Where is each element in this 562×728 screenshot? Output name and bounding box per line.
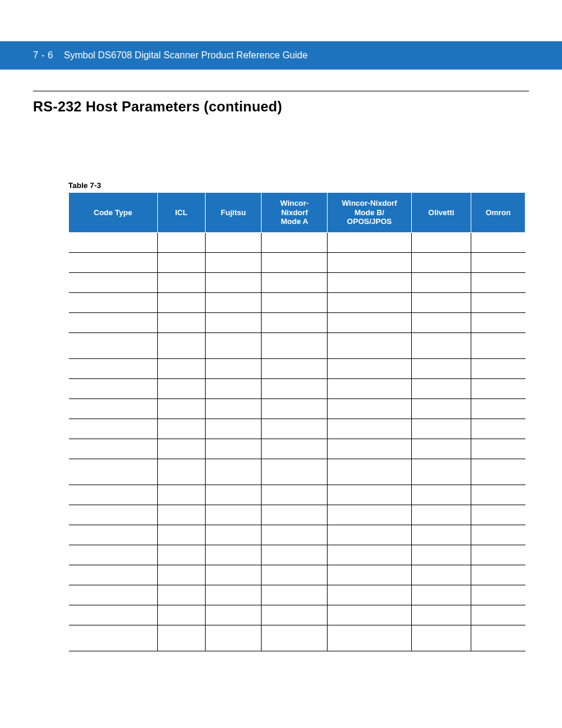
cell xyxy=(69,459,158,485)
table-row xyxy=(69,312,525,332)
cell xyxy=(262,459,328,485)
table-row xyxy=(69,378,525,398)
cell xyxy=(205,419,262,439)
table-row xyxy=(69,358,525,378)
cell xyxy=(157,358,205,378)
cell xyxy=(69,252,158,272)
cell xyxy=(157,625,205,651)
page-header: 7 - 6 Symbol DS6708 Digital Scanner Prod… xyxy=(0,41,562,70)
cell xyxy=(69,565,158,585)
cell xyxy=(262,625,328,651)
cell xyxy=(471,332,525,358)
cell xyxy=(205,378,262,398)
cell xyxy=(205,625,262,651)
page-content: RS-232 Host Parameters (continued) Table… xyxy=(0,91,562,651)
table-body xyxy=(69,232,525,651)
cell xyxy=(69,585,158,605)
cell xyxy=(205,545,262,565)
cell xyxy=(411,505,471,525)
cell xyxy=(262,272,328,292)
table-row xyxy=(69,439,525,459)
cell xyxy=(69,419,158,439)
cell xyxy=(157,272,205,292)
cell xyxy=(471,439,525,459)
cell xyxy=(471,505,525,525)
cell xyxy=(262,585,328,605)
table-head: Code TypeICLFujitsuWincor-NixdorfMode AW… xyxy=(69,193,525,233)
cell xyxy=(157,398,205,419)
cell xyxy=(205,312,262,332)
cell xyxy=(411,625,471,651)
cell xyxy=(411,419,471,439)
cell xyxy=(157,485,205,505)
cell xyxy=(205,439,262,459)
cell xyxy=(471,378,525,398)
cell xyxy=(471,565,525,585)
cell xyxy=(262,292,328,312)
cell xyxy=(157,545,205,565)
table-row xyxy=(69,419,525,439)
cell xyxy=(69,272,158,292)
cell xyxy=(471,292,525,312)
table-row xyxy=(69,565,525,585)
cell xyxy=(262,485,328,505)
section-rule xyxy=(33,91,529,91)
cell xyxy=(205,525,262,545)
cell xyxy=(205,398,262,419)
cell xyxy=(411,232,471,252)
col-header-4: Wincor-NixdorfMode B/OPOS/JPOS xyxy=(328,193,411,233)
cell xyxy=(157,585,205,605)
cell xyxy=(262,252,328,272)
table-row xyxy=(69,625,525,651)
table-caption: Table 7-3 xyxy=(68,181,529,190)
col-header-5: Olivetti xyxy=(411,193,471,233)
table-row xyxy=(69,459,525,485)
cell xyxy=(157,605,205,625)
cell xyxy=(262,545,328,565)
cell xyxy=(157,419,205,439)
cell xyxy=(411,398,471,419)
cell xyxy=(262,312,328,332)
table-row xyxy=(69,232,525,252)
cell xyxy=(205,272,262,292)
table-row xyxy=(69,332,525,358)
cell xyxy=(411,332,471,358)
cell xyxy=(69,439,158,459)
cell xyxy=(205,605,262,625)
cell xyxy=(157,439,205,459)
cell xyxy=(69,332,158,358)
cell xyxy=(157,505,205,525)
cell xyxy=(69,232,158,252)
cell xyxy=(205,459,262,485)
cell xyxy=(69,485,158,505)
cell xyxy=(328,605,411,625)
table-row xyxy=(69,525,525,545)
table-row xyxy=(69,505,525,525)
cell xyxy=(471,525,525,545)
cell xyxy=(157,565,205,585)
cell xyxy=(69,378,158,398)
cell xyxy=(262,419,328,439)
table-row xyxy=(69,605,525,625)
cell xyxy=(328,378,411,398)
cell xyxy=(328,358,411,378)
cell xyxy=(411,485,471,505)
cell xyxy=(262,605,328,625)
cell xyxy=(262,358,328,378)
cell xyxy=(411,525,471,545)
cell xyxy=(328,419,411,439)
cell xyxy=(328,485,411,505)
cell xyxy=(69,605,158,625)
cell xyxy=(471,312,525,332)
col-header-6: Omron xyxy=(471,193,525,233)
cell xyxy=(328,625,411,651)
cell xyxy=(262,439,328,459)
cell xyxy=(69,505,158,525)
cell xyxy=(411,565,471,585)
cell xyxy=(328,505,411,525)
cell xyxy=(411,252,471,272)
col-header-2: Fujitsu xyxy=(205,193,262,233)
table-row xyxy=(69,292,525,312)
cell xyxy=(157,312,205,332)
cell xyxy=(69,398,158,419)
